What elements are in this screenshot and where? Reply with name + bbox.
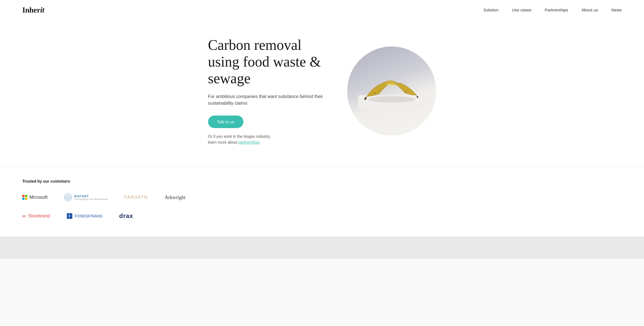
- hero-subtext: For ambitious companies that want substa…: [208, 93, 325, 107]
- partnerships-link[interactable]: partnerships: [238, 140, 260, 144]
- svg-point-4: [386, 84, 387, 85]
- footer-background: [0, 236, 644, 259]
- navbar: Inherit Solution Use cases Partnerships …: [0, 0, 644, 20]
- drax-logo: drax: [119, 212, 133, 220]
- arkwright-logo: Arkwright: [165, 195, 186, 200]
- ms-green: [25, 195, 27, 197]
- fondsfinans-icon: F: [67, 213, 72, 219]
- storebrand-icon: ∞: [22, 213, 26, 219]
- farvatn-label: FARVATN: [124, 195, 148, 200]
- drax-label: drax: [119, 212, 133, 220]
- bofort-text-block: BOFORT The Cryogenic CO₂ Tank Network: [74, 195, 108, 200]
- ms-red: [22, 195, 24, 197]
- bofort-logo: BOFORT The Cryogenic CO₂ Tank Network: [64, 193, 108, 201]
- microsoft-logo: Microsoft: [22, 195, 48, 200]
- storebrand-label: Storebrand: [28, 214, 50, 219]
- microsoft-label: Microsoft: [29, 195, 48, 200]
- microsoft-icon: [22, 195, 27, 200]
- talk-to-us-button[interactable]: Talk to us: [208, 116, 243, 128]
- hero-headline: Carbon removal using food waste & sewage: [208, 37, 325, 87]
- banana-scene: [347, 46, 436, 136]
- customers-title: Trusted by our customers: [22, 179, 622, 183]
- ms-yellow: [25, 198, 27, 200]
- nav-solution[interactable]: Solution: [483, 8, 499, 12]
- bofort-label: BOFORT: [74, 195, 108, 198]
- svg-point-1: [368, 96, 415, 103]
- nav-partnerships[interactable]: Partnerships: [545, 8, 568, 12]
- svg-point-5: [66, 195, 70, 200]
- logos-row-2: ∞ Storebrand F FONDSFINANS drax: [22, 212, 622, 220]
- ms-blue: [22, 198, 24, 200]
- logos-row-1: Microsoft BOFORT The Cryogenic CO₂ Tank …: [22, 193, 622, 201]
- nav-news[interactable]: News: [611, 8, 622, 12]
- banana-illustration: [358, 69, 425, 113]
- nav-links: Solution Use cases Partnerships About us…: [483, 8, 622, 13]
- nav-use-cases[interactable]: Use cases: [512, 8, 531, 12]
- arkwright-label: Arkwright: [165, 195, 186, 200]
- hero-text-block: Carbon removal using food waste & sewage…: [208, 37, 325, 145]
- partner-text: Or if you work in the biogas industry, l…: [208, 134, 325, 145]
- hero-section: Carbon removal using food waste & sewage…: [0, 20, 644, 168]
- bofort-sublabel: The Cryogenic CO₂ Tank Network: [74, 198, 108, 200]
- hero-image: [347, 46, 436, 136]
- fondsfinans-label: FONDSFINANS: [75, 214, 102, 218]
- fondsfinans-logo: F FONDSFINANS: [67, 213, 102, 219]
- site-logo[interactable]: Inherit: [22, 6, 44, 14]
- nav-about-us[interactable]: About us: [581, 8, 598, 12]
- storebrand-logo: ∞ Storebrand: [22, 213, 50, 219]
- farvatn-logo: FARVATN: [124, 195, 148, 200]
- customers-section: Trusted by our customers Microsoft BOFOR…: [0, 168, 644, 236]
- bofort-icon: [64, 193, 72, 201]
